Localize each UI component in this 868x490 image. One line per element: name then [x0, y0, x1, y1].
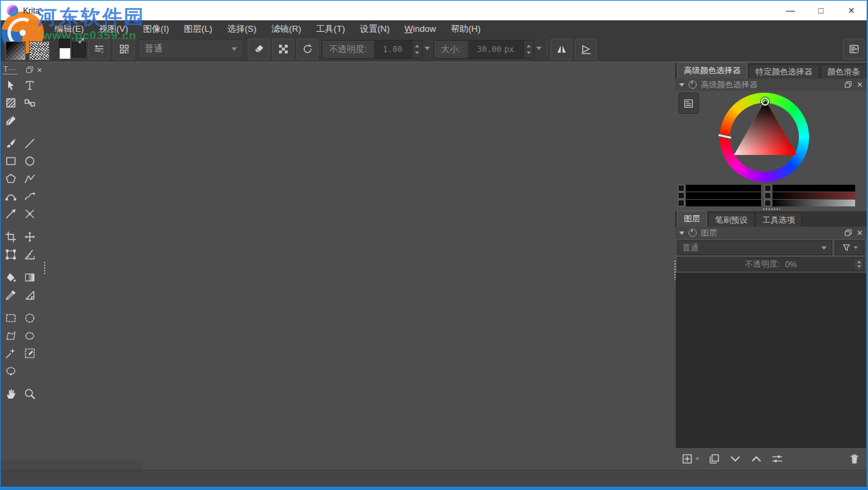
- tool-measure[interactable]: [20, 246, 39, 263]
- shade-strip[interactable]: [686, 192, 761, 199]
- panel-resize-handle[interactable]: [674, 260, 676, 280]
- size-dropdown-arrow-icon[interactable]: [536, 47, 542, 50]
- opacity-dropdown-arrow-icon[interactable]: [425, 47, 430, 50]
- opacity-value[interactable]: 1.00: [374, 41, 412, 58]
- brush-presets-button[interactable]: [113, 39, 135, 60]
- menu-item-tools[interactable]: 工具(T): [309, 20, 353, 37]
- collapse-icon[interactable]: [679, 231, 685, 235]
- delete-layer-button[interactable]: [848, 453, 861, 465]
- tool-dynamic-brush[interactable]: [1, 205, 20, 223]
- workspace-chooser-button[interactable]: [843, 39, 865, 60]
- tool-rectangle[interactable]: [1, 152, 20, 170]
- layer-opacity-input[interactable]: 不透明度: 0%: [677, 257, 865, 271]
- spin-up-icon[interactable]: [527, 45, 531, 47]
- shade-strip[interactable]: [686, 200, 761, 206]
- preserve-alpha-button[interactable]: [272, 39, 294, 60]
- mirror-vertical-button[interactable]: [575, 39, 596, 60]
- tool-transform[interactable]: [1, 246, 20, 263]
- shade-selector-handle[interactable]: [762, 208, 780, 210]
- tool-calligraphy[interactable]: [1, 112, 20, 129]
- shade-strip[interactable]: [686, 185, 761, 192]
- tool-multibrush[interactable]: [20, 205, 39, 223]
- close-docker-icon[interactable]: ×: [857, 228, 863, 238]
- tool-select-path[interactable]: [1, 362, 20, 380]
- layers-tab-layers[interactable]: 图层: [677, 210, 707, 227]
- shade-patch[interactable]: [764, 192, 771, 199]
- tool-line[interactable]: [20, 135, 39, 152]
- layer-blend-mode-select[interactable]: 普通: [677, 240, 832, 255]
- size-spinner[interactable]: [523, 41, 534, 58]
- minimize-button[interactable]: —: [775, 1, 806, 20]
- opacity-spinner[interactable]: [412, 41, 422, 58]
- layers-tab-brush-presets[interactable]: 笔刷预设: [708, 213, 754, 227]
- tool-freehand-path[interactable]: [20, 187, 39, 205]
- menu-item-layer[interactable]: 图层(L): [177, 20, 220, 37]
- tool-polygon[interactable]: [1, 170, 20, 187]
- spin-down-icon[interactable]: [527, 51, 531, 54]
- tool-text[interactable]: [20, 76, 39, 94]
- blend-mode-select[interactable]: 普通: [138, 39, 243, 58]
- color-tab-specific[interactable]: 特定颜色选择器: [749, 64, 819, 79]
- tool-color-picker[interactable]: [1, 286, 20, 304]
- shade-patch[interactable]: [764, 200, 771, 206]
- layer-opacity-spinner[interactable]: [854, 259, 863, 270]
- color-tab-sliders[interactable]: 颜色滑条: [821, 64, 867, 79]
- menu-item-edit[interactable]: 编辑(E): [47, 20, 91, 37]
- shade-patch[interactable]: [678, 192, 685, 199]
- duplicate-layer-button[interactable]: [708, 453, 720, 465]
- tool-paintbrush[interactable]: [1, 135, 20, 152]
- size-input[interactable]: 大小: 30.00px: [433, 40, 534, 59]
- color-docker-header[interactable]: 高级颜色选择器 ×: [675, 79, 867, 91]
- spin-down-icon[interactable]: [415, 51, 419, 54]
- menu-item-select[interactable]: 选择(S): [219, 20, 263, 37]
- white-color-swatch[interactable]: [60, 48, 70, 59]
- tool-select-rect[interactable]: [1, 309, 20, 327]
- shade-strip[interactable]: [773, 192, 855, 199]
- tool-select-similar[interactable]: [1, 344, 20, 362]
- shade-patch[interactable]: [678, 200, 685, 206]
- mirror-horizontal-button[interactable]: [550, 39, 572, 60]
- fg-bg-colors[interactable]: [58, 38, 89, 60]
- float-docker-icon[interactable]: [26, 66, 34, 74]
- pattern-swatch[interactable]: [29, 41, 49, 60]
- tool-zoom[interactable]: [20, 385, 39, 403]
- toolbox-header[interactable]: T⋯ ×: [1, 63, 43, 76]
- layers-tab-tool-options[interactable]: 工具选项: [756, 213, 802, 227]
- toolbox-resize-handle[interactable]: [43, 261, 46, 275]
- shade-strip[interactable]: [773, 200, 855, 206]
- tool-ellipse[interactable]: [20, 152, 39, 170]
- layers-docker-header[interactable]: 图层 ×: [675, 227, 867, 239]
- brush-settings-button[interactable]: [88, 39, 110, 60]
- reload-preset-button[interactable]: [297, 39, 318, 60]
- spin-down-icon[interactable]: [857, 265, 861, 268]
- tool-bezier-curve[interactable]: [1, 187, 20, 205]
- shade-patch[interactable]: [678, 185, 685, 192]
- layers-list[interactable]: [676, 273, 866, 448]
- sv-cursor[interactable]: [761, 97, 769, 106]
- add-layer-button[interactable]: [681, 453, 699, 465]
- maximize-button[interactable]: □: [806, 1, 836, 20]
- menu-item-help[interactable]: 帮助(H): [443, 20, 488, 37]
- move-layer-down-button[interactable]: [729, 453, 741, 465]
- color-tab-advanced[interactable]: 高级颜色选择器: [677, 62, 747, 79]
- tool-pattern-edit[interactable]: [1, 94, 20, 112]
- tool-crop[interactable]: [1, 228, 20, 246]
- close-docker-icon[interactable]: ×: [37, 66, 42, 74]
- opacity-input[interactable]: 不透明度: 1.00: [322, 40, 422, 59]
- canvas-area[interactable]: [47, 63, 674, 469]
- float-docker-icon[interactable]: [844, 229, 852, 237]
- move-layer-up-button[interactable]: [750, 453, 762, 465]
- layer-filter-button[interactable]: [835, 240, 865, 255]
- shade-strip[interactable]: [773, 185, 855, 192]
- tool-move[interactable]: [20, 228, 39, 246]
- tool-polyline[interactable]: [20, 170, 39, 187]
- spin-up-icon[interactable]: [857, 261, 861, 263]
- tool-fill[interactable]: [1, 269, 20, 286]
- menu-item-image[interactable]: 图像(I): [135, 20, 176, 37]
- shade-patch[interactable]: [764, 185, 771, 192]
- spin-up-icon[interactable]: [415, 45, 419, 47]
- eraser-button[interactable]: [248, 39, 269, 60]
- layer-properties-button[interactable]: [771, 453, 783, 465]
- menu-item-settings[interactable]: 设置(N): [352, 20, 397, 37]
- color-selector-settings-button[interactable]: [678, 93, 699, 114]
